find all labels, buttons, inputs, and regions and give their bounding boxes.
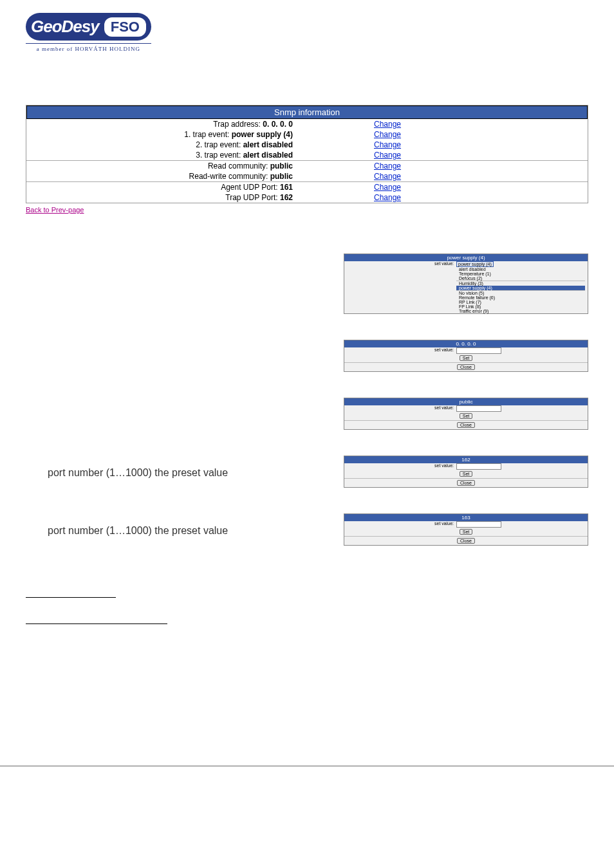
trap-port-close-button[interactable]: Close: [457, 538, 475, 544]
bottom-rule: [0, 766, 614, 766]
snmp-row-read-comm: Read community: public Change: [26, 161, 588, 171]
ip-input[interactable]: [456, 347, 501, 354]
agent-port-close-button[interactable]: Close: [457, 480, 475, 486]
community-popup: public set value: Set Close: [344, 398, 588, 430]
trap-port-popup: 163 set value: Set Close: [344, 513, 588, 546]
change-link[interactable]: Change: [374, 140, 401, 149]
change-link[interactable]: Change: [374, 172, 401, 181]
snmp-row-agent-port: Agent UDP Port: 161 Change: [26, 182, 588, 192]
change-link[interactable]: Change: [374, 162, 401, 171]
community-set-button[interactable]: Set: [460, 413, 473, 419]
agent-port-set-label: set value:: [347, 463, 456, 470]
ip-set-button[interactable]: Set: [460, 355, 473, 361]
logo: GeoDesy FSO a member of HORVÁTH HOLDING: [26, 13, 588, 53]
community-close-button[interactable]: Close: [457, 422, 475, 428]
port2-caption: port number (1…1000) the preset value: [48, 513, 344, 537]
community-set-label: set value:: [347, 405, 456, 412]
trap-port-set-label: set value:: [347, 521, 456, 528]
snmp-row-trap1: 1. trap event: power supply (4) Change: [26, 129, 588, 140]
agent-port-title: 162: [344, 456, 588, 463]
medium-rule: [26, 623, 167, 624]
community-input[interactable]: [456, 405, 501, 412]
dropdown-list[interactable]: alert disabled Temperature (1) Defocus (…: [456, 267, 585, 313]
short-rule: [26, 597, 116, 598]
change-link[interactable]: Change: [374, 120, 401, 129]
dropdown-selected[interactable]: power supply (4): [456, 261, 494, 267]
change-link[interactable]: Change: [374, 130, 401, 139]
ip-close-button[interactable]: Close: [457, 364, 475, 370]
change-link[interactable]: Change: [374, 151, 401, 160]
snmp-row-trap-port: Trap UDP Port: 162 Change: [26, 192, 588, 203]
snmp-row-trap3: 3. trap event: alert disabled Change: [26, 150, 588, 160]
port1-caption: port number (1…1000) the preset value: [48, 456, 344, 479]
change-link[interactable]: Change: [374, 193, 401, 202]
agent-port-input[interactable]: [456, 463, 501, 470]
trap-port-set-button[interactable]: Set: [460, 529, 473, 535]
agent-port-set-button[interactable]: Set: [460, 471, 473, 477]
dropdown-popup: power supply (4) set value: power supply…: [344, 254, 588, 314]
snmp-panel-title: Snmp information: [26, 106, 588, 119]
ip-popup: 0. 0. 0. 0 set value: Set Close: [344, 340, 588, 372]
trap-port-input[interactable]: [456, 521, 501, 528]
ip-title: 0. 0. 0. 0: [344, 340, 588, 347]
ip-set-label: set value:: [347, 347, 456, 354]
logo-main: GeoDesy: [31, 17, 99, 37]
snmp-row-trap2: 2. trap event: alert disabled Change: [26, 140, 588, 150]
logo-subtitle: a member of HORVÁTH HOLDING: [26, 43, 151, 52]
back-link[interactable]: Back to Prev-page: [26, 206, 84, 214]
trap-port-title: 163: [344, 514, 588, 521]
dropdown-set-label: set value:: [347, 261, 456, 267]
agent-port-popup: 162 set value: Set Close: [344, 456, 588, 488]
snmp-panel: Snmp information Trap address: 0. 0. 0. …: [26, 105, 588, 203]
dropdown-title: power supply (4): [344, 254, 588, 261]
snmp-row-trap-address: Trap address: 0. 0. 0. 0 Change: [26, 119, 588, 129]
footer-lines: [26, 597, 588, 624]
snmp-row-rw-comm: Read-write community: public Change: [26, 171, 588, 181]
logo-badge: FSO: [104, 17, 146, 37]
change-link[interactable]: Change: [374, 183, 401, 192]
community-title: public: [344, 398, 588, 405]
